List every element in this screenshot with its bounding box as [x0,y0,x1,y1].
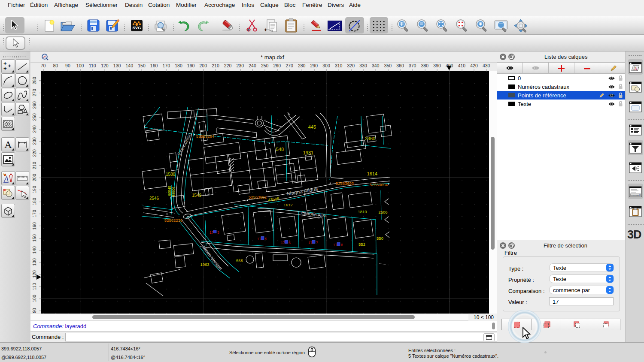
svg-text:550: 550 [377,236,383,241]
svg-text:3: 3 [217,230,219,235]
svg-text:2546: 2546 [149,196,159,201]
svg-text:8: 8 [341,243,343,247]
svg-text:548: 548 [276,147,284,152]
svg-text:1580: 1580 [166,172,176,177]
svg-text:17: 17 [281,241,285,245]
svg-text:5: 5 [265,237,267,241]
svg-text:555: 555 [236,258,243,263]
svg-text:+: + [264,27,267,32]
svg-text:52563692: 52563692 [249,195,267,199]
svg-text:43506: 43506 [171,187,176,197]
svg-text:17: 17 [333,243,337,247]
svg-text:A: A [634,66,637,71]
svg-text:445: 445 [308,124,316,130]
svg-text:1810: 1810 [358,209,367,214]
svg-text:A: A [4,139,12,150]
svg-text:52562236: 52562236 [164,218,182,223]
svg-text:2506: 2506 [378,210,387,214]
svg-text:7: 7 [316,241,318,245]
svg-text:52563694: 52563694 [370,182,388,187]
svg-text:552: 552 [358,242,365,247]
svg-text:+: + [246,27,250,32]
svg-text:1931: 1931 [303,150,313,155]
svg-text:17: 17 [210,230,214,235]
svg-text:1612: 1612 [283,202,292,207]
svg-text:17: 17 [308,241,313,245]
svg-text:52563693: 52563693 [336,181,354,186]
svg-text:1549: 1549 [192,193,202,198]
svg-text:6: 6 [289,241,291,245]
svg-text:2360: 2360 [365,136,375,141]
svg-text:17: 17 [257,237,261,241]
svg-text:+: + [8,63,11,69]
svg-text:command: command [631,194,640,196]
svg-text:1963: 1963 [200,262,209,267]
svg-text:52563284: 52563284 [196,134,214,139]
svg-text:1614: 1614 [367,171,377,176]
svg-text:+: + [3,65,7,72]
svg-text:SVG: SVG [132,25,141,30]
